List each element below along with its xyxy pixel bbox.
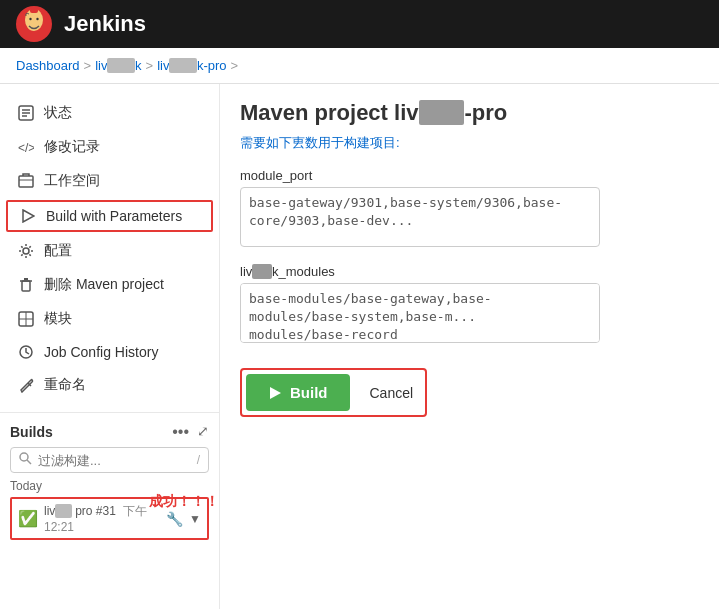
history-icon bbox=[16, 344, 36, 360]
gear-icon bbox=[16, 243, 36, 259]
builds-search-box[interactable]: / bbox=[10, 447, 209, 473]
param-modules-label: liv■■k_modules bbox=[240, 264, 699, 279]
sidebar-item-workspace-label: 工作空间 bbox=[44, 172, 100, 190]
builds-expand-icon[interactable]: ⤢ bbox=[197, 423, 209, 441]
cancel-button[interactable]: Cancel bbox=[362, 375, 422, 411]
sidebar-item-module-label: 模块 bbox=[44, 310, 72, 328]
sidebar-item-config[interactable]: 配置 bbox=[0, 234, 219, 268]
project-title: Maven project liv■■■-pro bbox=[240, 100, 699, 126]
today-label: Today bbox=[10, 479, 209, 493]
sidebar-item-changes-label: 修改记录 bbox=[44, 138, 100, 156]
sidebar-item-rename-label: 重命名 bbox=[44, 376, 86, 394]
build-button-label: Build bbox=[290, 384, 328, 401]
svg-point-4 bbox=[36, 18, 38, 20]
param-module-port: module_port base-gateway/9301,base-syste… bbox=[240, 168, 699, 264]
param-modules-label-blurred: ■■ bbox=[252, 264, 272, 279]
search-icon bbox=[19, 452, 32, 468]
sidebar-item-rename[interactable]: 重命名 bbox=[0, 368, 219, 402]
page-layout: 状态 </> 修改记录 工作空间 Build with Parameters 配… bbox=[0, 84, 719, 609]
sidebar-item-delete[interactable]: 删除 Maven project bbox=[0, 268, 219, 302]
breadcrumb-sep1: > bbox=[84, 58, 92, 73]
sidebar-item-build-with-params[interactable]: Build with Parameters bbox=[6, 200, 213, 232]
breadcrumb-sep2: > bbox=[146, 58, 154, 73]
sidebar-item-status[interactable]: 状态 bbox=[0, 96, 219, 130]
breadcrumb-project[interactable]: liv■■■k bbox=[95, 58, 141, 73]
build-cancel-row: Build Cancel bbox=[240, 368, 427, 417]
sidebar-item-changes[interactable]: </> 修改记录 bbox=[0, 130, 219, 164]
slash-shortcut: / bbox=[197, 453, 200, 467]
svg-point-2 bbox=[27, 11, 41, 27]
sidebar-item-job-config-history[interactable]: Job Config History bbox=[0, 336, 219, 368]
status-icon bbox=[16, 105, 36, 121]
jenkins-logo-icon bbox=[16, 6, 52, 42]
app-title: Jenkins bbox=[64, 11, 146, 37]
workspace-icon bbox=[16, 173, 36, 189]
builds-search-input[interactable] bbox=[38, 453, 191, 468]
build-item-action-icon[interactable]: 🔧 bbox=[166, 511, 183, 527]
builds-actions: ••• ⤢ bbox=[172, 423, 209, 441]
param-modules-input[interactable]: base-modules/base-gateway,base-modules/b… bbox=[240, 283, 600, 343]
build-info-text: liv■■ pro #31 下午12:21 bbox=[44, 503, 160, 534]
build-item-chevron-icon[interactable]: ▼ bbox=[189, 512, 201, 526]
svg-text:</>: </> bbox=[18, 141, 34, 155]
build-success-icon: ✅ bbox=[18, 509, 38, 528]
build-name: liv■■ pro #31 bbox=[44, 504, 116, 518]
module-icon bbox=[16, 311, 36, 327]
svg-point-13 bbox=[23, 248, 29, 254]
breadcrumb-sep3: > bbox=[231, 58, 239, 73]
sidebar-item-config-label: 配置 bbox=[44, 242, 72, 260]
project-subtitle: 需要如下叀数用于构建项目: bbox=[240, 134, 699, 152]
sidebar-item-delete-label: 删除 Maven project bbox=[44, 276, 164, 294]
sidebar: 状态 </> 修改记录 工作空间 Build with Parameters 配… bbox=[0, 84, 220, 609]
param-module-port-label: module_port bbox=[240, 168, 699, 183]
builds-header: Builds ••• ⤢ bbox=[10, 423, 209, 441]
builds-section: Builds ••• ⤢ / Today ✅ liv■■ pro #31 bbox=[0, 412, 219, 548]
svg-rect-5 bbox=[30, 8, 38, 13]
svg-line-23 bbox=[27, 460, 31, 464]
changes-icon: </> bbox=[16, 139, 36, 155]
sidebar-item-workspace[interactable]: 工作空间 bbox=[0, 164, 219, 198]
build-button[interactable]: Build bbox=[246, 374, 350, 411]
svg-point-3 bbox=[29, 18, 31, 20]
builds-more-icon[interactable]: ••• bbox=[172, 423, 189, 441]
sidebar-item-module[interactable]: 模块 bbox=[0, 302, 219, 336]
main-content: Maven project liv■■■-pro 需要如下叀数用于构建项目: m… bbox=[220, 84, 719, 609]
success-badge: 成功！！！ bbox=[149, 493, 219, 511]
svg-marker-24 bbox=[270, 387, 281, 399]
trash-icon bbox=[16, 277, 36, 293]
breadcrumb-dashboard[interactable]: Dashboard bbox=[16, 58, 80, 73]
sidebar-item-job-config-history-label: Job Config History bbox=[44, 344, 158, 360]
svg-marker-12 bbox=[23, 210, 34, 222]
svg-point-22 bbox=[20, 453, 28, 461]
rename-icon bbox=[16, 377, 36, 393]
param-module-port-input[interactable]: base-gateway/9301,base-system/9306,base-… bbox=[240, 187, 600, 247]
builds-title: Builds bbox=[10, 424, 53, 440]
build-item-row: ✅ liv■■ pro #31 下午12:21 🔧 ▼ 成功！！！ bbox=[10, 497, 209, 540]
param-modules: liv■■k_modules base-modules/base-gateway… bbox=[240, 264, 699, 360]
build-play-icon bbox=[268, 386, 282, 400]
sidebar-item-status-label: 状态 bbox=[44, 104, 72, 122]
project-title-blurred: ■■■ bbox=[419, 100, 465, 125]
breadcrumb: Dashboard > liv■■■k > liv■■■k-pro > bbox=[0, 48, 719, 84]
svg-rect-11 bbox=[19, 176, 33, 187]
play-icon bbox=[18, 209, 38, 223]
svg-rect-14 bbox=[22, 281, 30, 291]
app-header: Jenkins bbox=[0, 0, 719, 48]
breadcrumb-subproject[interactable]: liv■■■k-pro bbox=[157, 58, 226, 73]
sidebar-item-build-with-params-label: Build with Parameters bbox=[46, 208, 182, 224]
